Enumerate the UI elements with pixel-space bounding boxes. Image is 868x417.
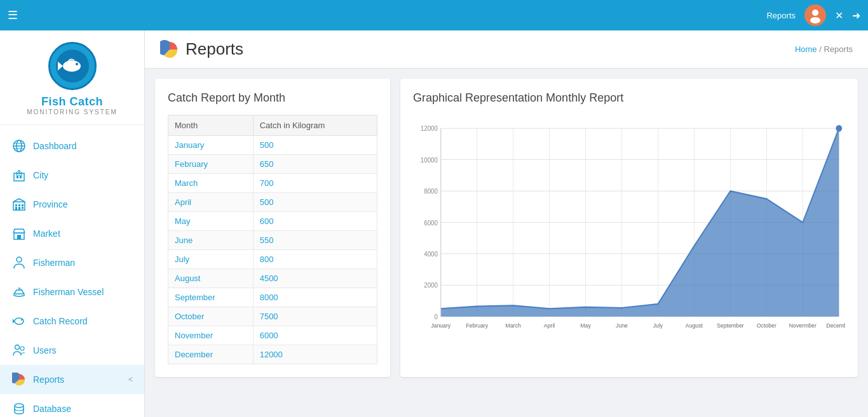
sidebar-navigation: Dashboard City Province (0, 125, 144, 417)
svg-point-34 (15, 345, 20, 350)
svg-rect-22 (18, 207, 20, 210)
cell-value: 600 (253, 212, 377, 231)
cell-value: 550 (253, 231, 377, 250)
person-icon (11, 255, 27, 270)
main-layout: Fish Catch Monitoring System Dashboard C… (0, 30, 868, 417)
sidebar-item-market[interactable]: Market (0, 219, 144, 248)
svg-text:4000: 4000 (424, 251, 438, 258)
table-row: February650 (168, 155, 377, 174)
table-card: Catch Report by Month Month Catch in Kil… (155, 79, 390, 377)
col-header-catch: Catch in Kilogram (253, 116, 377, 136)
logout-icon[interactable]: ➜ (852, 10, 860, 22)
avatar[interactable] (804, 4, 826, 26)
svg-rect-20 (22, 204, 24, 206)
page-header: Reports Home / Reports (145, 30, 868, 69)
app-name: Fish Catch (41, 95, 103, 109)
sidebar-item-fisherman-vessel[interactable]: Fisherman Vessel (0, 277, 144, 307)
svg-point-33 (21, 319, 22, 321)
chart-x-label: March (506, 322, 521, 328)
app-subtitle: Monitoring System (27, 109, 118, 116)
table-row: January500 (168, 136, 377, 155)
cell-month: March (168, 174, 254, 193)
cell-value: 700 (253, 174, 377, 193)
chart-x-label: Novermber (789, 322, 817, 328)
svg-rect-13 (20, 176, 22, 178)
cell-month: April (168, 193, 254, 212)
table-row: April500 (168, 193, 377, 212)
sidebar-logo: Fish Catch Monitoring System (0, 30, 144, 125)
chart-container: 020004000600080001000012000JanuaryFebrua… (413, 115, 845, 343)
topnav-reports-link[interactable]: Reports (766, 11, 796, 20)
content-area: Reports Home / Reports Catch Report by M… (145, 30, 868, 417)
store-icon (11, 226, 27, 241)
svg-point-31 (15, 318, 24, 324)
svg-rect-11 (14, 173, 24, 181)
page-pie-icon (160, 40, 179, 59)
logo-circle (48, 42, 97, 90)
sidebar-item-dashboard[interactable]: Dashboard (0, 131, 144, 161)
sidebar-item-fisherman[interactable]: Fisherman (0, 248, 144, 277)
sidebar-item-city[interactable]: City (0, 161, 144, 190)
table-row: December12000 (168, 345, 377, 364)
sidebar-label-fisherman: Fisherman (33, 258, 133, 268)
topnav-left: ☰ (8, 8, 18, 22)
sidebar-item-catch-record[interactable]: Catch Record (0, 307, 144, 336)
sidebar-label-reports: Reports (33, 374, 122, 385)
table-row: September8000 (168, 288, 377, 307)
chart-x-label: September (717, 322, 744, 328)
logo-fish-icon (55, 49, 90, 83)
sidebar-item-province[interactable]: Province (0, 190, 144, 219)
close-icon[interactable]: ✕ (835, 10, 843, 22)
breadcrumb: Home / Reports (795, 44, 853, 54)
cell-value: 7500 (253, 307, 377, 326)
sidebar: Fish Catch Monitoring System Dashboard C… (0, 30, 145, 417)
cell-month: February (168, 155, 254, 174)
cell-value: 500 (253, 193, 377, 212)
svg-marker-32 (13, 319, 15, 324)
breadcrumb-current: Reports (824, 44, 853, 54)
cell-month: October (168, 307, 254, 326)
chart-x-label: July (653, 322, 663, 328)
cell-value: 6000 (253, 326, 377, 345)
chart-x-label: August (686, 322, 703, 328)
svg-rect-12 (17, 176, 18, 178)
content-panels: Catch Report by Month Month Catch in Kil… (145, 79, 868, 387)
sidebar-label-users: Users (33, 345, 133, 355)
sidebar-label-city: City (33, 170, 133, 180)
cell-month: December (168, 345, 254, 364)
cell-month: January (168, 136, 254, 155)
svg-rect-19 (18, 204, 20, 206)
table-row: August4500 (168, 269, 377, 288)
chart-x-label: December (826, 322, 845, 328)
svg-text:6000: 6000 (424, 219, 438, 226)
cell-value: 650 (253, 155, 377, 174)
cell-month: July (168, 250, 254, 269)
table-row: June550 (168, 231, 377, 250)
sidebar-item-reports[interactable]: Reports < (0, 365, 144, 394)
breadcrumb-home[interactable]: Home (795, 44, 817, 54)
sidebar-label-market: Market (33, 228, 133, 239)
table-row: May600 (168, 212, 377, 231)
svg-point-1 (810, 17, 820, 23)
sidebar-item-users[interactable]: Users (0, 336, 144, 365)
cell-value: 8000 (253, 288, 377, 307)
globe-icon (11, 138, 27, 154)
chart-x-label: May (580, 322, 591, 328)
svg-text:2000: 2000 (424, 282, 438, 289)
sidebar-label-fisherman-vessel: Fisherman Vessel (33, 287, 133, 297)
svg-point-0 (812, 10, 818, 16)
sidebar-item-database[interactable]: Database (0, 394, 144, 417)
boat-icon (11, 284, 27, 300)
cell-month: June (168, 231, 254, 250)
cell-value: 12000 (253, 345, 377, 364)
svg-point-35 (20, 347, 24, 350)
hamburger-icon[interactable]: ☰ (8, 8, 18, 22)
table-row: November6000 (168, 326, 377, 345)
chart-x-label: January (431, 322, 451, 328)
chart-peak-dot (836, 125, 842, 132)
svg-point-29 (17, 257, 22, 262)
topnav-right: Reports ✕ ➜ (766, 4, 860, 26)
svg-text:12000: 12000 (421, 125, 438, 132)
page-header-left: Reports (160, 39, 243, 59)
chart-svg: 020004000600080001000012000JanuaryFebrua… (413, 115, 845, 343)
